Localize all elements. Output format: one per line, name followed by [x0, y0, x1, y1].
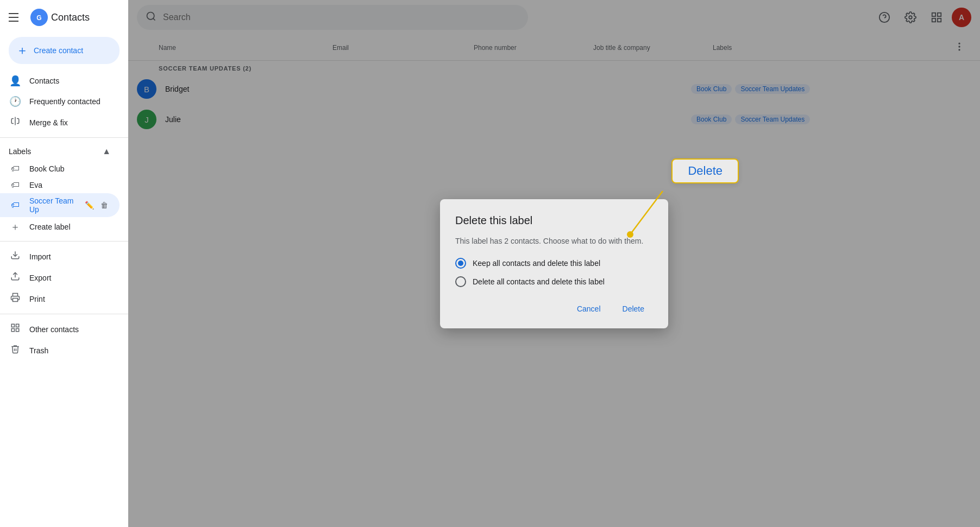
contacts-icon: 👤 [9, 75, 22, 87]
svg-line-22 [630, 191, 663, 234]
sidebar-item-merge[interactable]: Merge & fix [0, 112, 120, 133]
dialog-body: This label has 2 contacts. Choose what t… [455, 236, 653, 247]
app-title: Contacts [51, 12, 90, 23]
logo-icon: G [30, 9, 48, 26]
svg-rect-5 [13, 299, 18, 302]
sidebar-item-other-contacts[interactable]: Other contacts [0, 319, 120, 340]
delete-label-button[interactable]: 🗑 [98, 199, 111, 212]
frequently-icon: 🕐 [9, 96, 22, 107]
delete-label-dialog: Delete this label This label has 2 conta… [440, 199, 668, 328]
dialog-overlay: Delete this label This label has 2 conta… [128, 0, 980, 527]
dialog-actions: Cancel Delete [455, 300, 653, 318]
export-icon [9, 271, 22, 284]
keep-contacts-label: Keep all contacts and delete this label [473, 259, 600, 268]
plus-icon: ＋ [16, 42, 28, 59]
sidebar-item-eva-label: Eva [29, 181, 111, 189]
delete-button[interactable]: Delete [614, 300, 653, 318]
app-logo: G Contacts [30, 9, 90, 26]
sidebar-item-merge-label: Merge & fix [29, 118, 111, 127]
sidebar-item-trash[interactable]: Trash [0, 340, 120, 361]
svg-rect-9 [16, 329, 19, 332]
sidebar-import-label: Import [29, 252, 111, 261]
create-label-plus-icon: ＋ [9, 220, 22, 233]
sidebar-item-soccer-label: Soccer Team Up [29, 196, 75, 214]
cancel-button[interactable]: Cancel [568, 300, 610, 318]
sidebar-item-export[interactable]: Export [0, 267, 120, 288]
divider-3 [0, 314, 128, 314]
labels-section-header[interactable]: Labels ▲ [0, 142, 120, 161]
sidebar-item-print[interactable]: Print [0, 288, 120, 309]
sidebar-item-frequently-label: Frequently contacted [29, 97, 111, 106]
divider-2 [0, 241, 128, 242]
sidebar-item-contacts-label: Contacts [29, 77, 111, 85]
collapse-icon: ▲ [102, 147, 111, 156]
create-label-button[interactable]: ＋ Create label [0, 217, 128, 237]
svg-rect-8 [11, 329, 14, 332]
sidebar-item-eva[interactable]: 🏷 Eva [0, 177, 120, 193]
svg-text:G: G [36, 14, 41, 22]
print-icon [9, 293, 22, 305]
trash-label: Trash [29, 346, 111, 355]
highlight-delete-box: Delete [671, 158, 739, 183]
sidebar-header: G Contacts [0, 4, 128, 30]
sidebar-item-import[interactable]: Import [0, 246, 120, 267]
label-actions: ✏️ 🗑 [83, 199, 111, 212]
sidebar-export-label: Export [29, 274, 111, 282]
sidebar-print-label: Print [29, 295, 111, 303]
delete-contacts-label: Delete all contacts and delete this labe… [473, 277, 605, 286]
delete-contacts-option[interactable]: Delete all contacts and delete this labe… [455, 276, 653, 287]
trash-icon [9, 344, 22, 357]
other-contacts-icon [9, 323, 22, 335]
radio-delete-contacts[interactable] [455, 276, 466, 287]
import-icon [9, 250, 22, 263]
other-contacts-label: Other contacts [29, 325, 111, 334]
create-contact-label: Create contact [34, 46, 83, 55]
sidebar-item-soccer-team[interactable]: 🏷 Soccer Team Up ✏️ 🗑 [0, 193, 120, 217]
svg-rect-6 [11, 324, 14, 327]
keep-contacts-option[interactable]: Keep all contacts and delete this label [455, 258, 653, 269]
sidebar-item-book-club[interactable]: 🏷 Book Club [0, 161, 120, 177]
sidebar-item-contacts[interactable]: 👤 Contacts [0, 71, 120, 91]
sidebar-item-book-club-label: Book Club [29, 164, 103, 173]
label-book-club-icon: 🏷 [9, 164, 22, 174]
label-eva-icon: 🏷 [9, 180, 22, 190]
hamburger-icon[interactable] [9, 11, 22, 24]
dialog-title: Delete this label [455, 214, 653, 227]
sidebar: G Contacts ＋ Create contact 👤 Contacts 🕐… [0, 0, 128, 527]
radio-keep[interactable] [455, 258, 466, 269]
svg-rect-7 [16, 324, 19, 327]
sidebar-item-frequently[interactable]: 🕐 Frequently contacted [0, 91, 120, 112]
edit-label-button[interactable]: ✏️ [83, 199, 96, 212]
labels-section-title: Labels [9, 147, 31, 156]
create-label-text: Create label [29, 223, 71, 231]
label-soccer-icon: 🏷 [9, 200, 22, 210]
create-contact-button[interactable]: ＋ Create contact [9, 37, 120, 64]
divider-1 [0, 137, 128, 138]
main-content: A Name Email Phone number Job title & co… [128, 0, 980, 527]
merge-icon [9, 116, 22, 129]
